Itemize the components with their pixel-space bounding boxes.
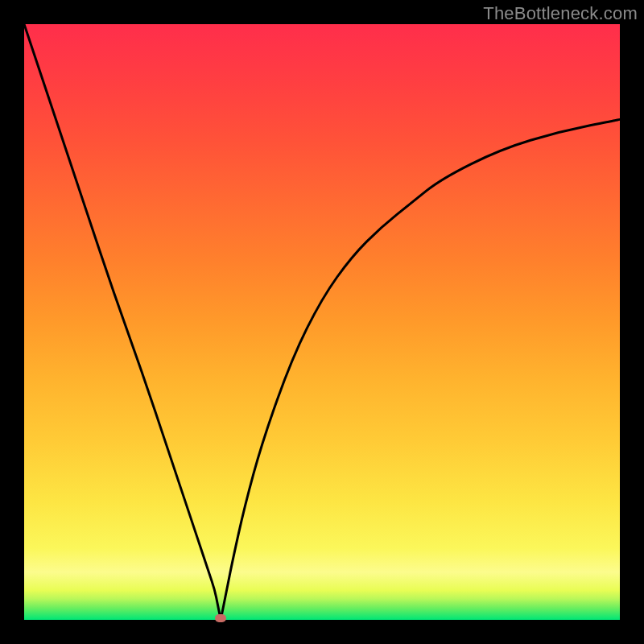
chart-frame: TheBottleneck.com [0,0,644,644]
minimum-marker [215,614,226,622]
plot-area [24,24,620,620]
bottleneck-curve [24,24,620,620]
watermark-text: TheBottleneck.com [483,3,638,24]
